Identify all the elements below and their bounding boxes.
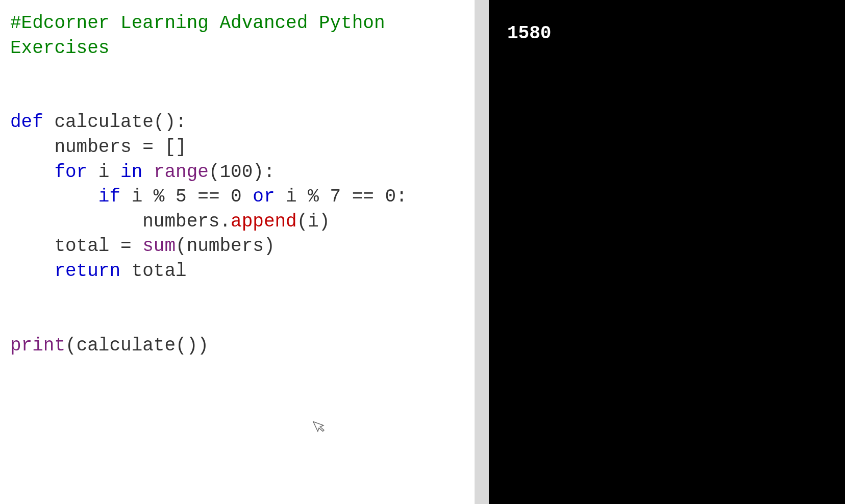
if-lhs: i % 5 == 0 [120,186,253,207]
console-output[interactable]: 1580 [489,0,845,504]
pane-divider[interactable] [475,0,489,504]
code-editor[interactable]: #Edcorner Learning Advanced Python Exerc… [0,0,475,504]
return-val: total [120,261,187,282]
keyword-def: def [10,112,43,133]
builtin-sum: sum [142,236,176,257]
append-pre: numbers. [10,211,231,232]
method-append: append [231,211,297,232]
code-comment: #Edcorner Learning Advanced Python Exerc… [10,13,385,59]
keyword-or: or [253,186,275,207]
append-args: (i) [297,211,330,232]
keyword-return: return [10,261,120,282]
space [142,162,154,183]
total-pre: total = [10,236,142,257]
total-args: (numbers) [176,236,275,257]
print-args: (calculate()) [65,335,209,356]
code-line-numbers: numbers = [] [10,137,187,158]
output-value: 1580 [507,23,551,44]
function-name: calculate(): [43,112,187,133]
keyword-in: in [120,162,142,183]
keyword-if: if [10,186,120,207]
keyword-for: for [10,162,87,183]
if-rhs: i % 7 == 0: [275,186,407,207]
range-args: (100): [209,162,275,183]
loop-var: i [87,162,120,183]
builtin-print: print [10,335,65,356]
builtin-range: range [154,162,209,183]
